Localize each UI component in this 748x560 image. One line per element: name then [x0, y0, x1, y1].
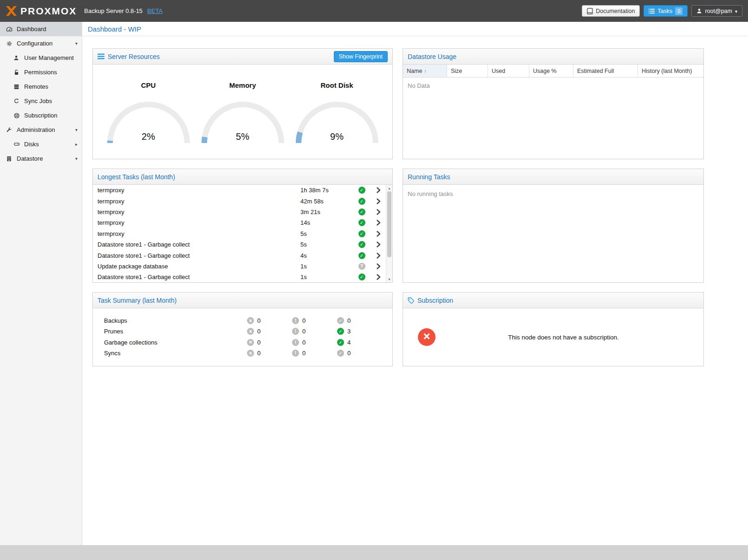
task-summary-row: Backups 0 0 0 [93, 315, 392, 326]
task-row[interactable]: termproxy 5s [93, 228, 386, 239]
error-count[interactable]: 0 [247, 350, 292, 357]
sidebar-item[interactable]: Dashboard [0, 22, 82, 36]
sidebar-item[interactable]: Datastore [0, 151, 82, 166]
error-value: 0 [257, 328, 260, 335]
open-task-chevron-icon[interactable] [371, 231, 386, 237]
sidebar-item[interactable]: Remotes [0, 79, 82, 94]
column-header[interactable]: Size [447, 65, 488, 77]
ok-count[interactable]: 0 [337, 317, 382, 324]
sidebar-item-label: Remotes [24, 83, 48, 90]
open-task-chevron-icon[interactable] [371, 209, 386, 215]
error-count[interactable]: 0 [247, 339, 292, 346]
task-status-icon [352, 198, 371, 205]
user-menu-button[interactable]: root@pam [691, 5, 742, 17]
column-header[interactable]: Estimated Full [573, 65, 638, 77]
check-circle-icon [337, 328, 344, 335]
ok-count[interactable]: 0 [337, 350, 382, 357]
subscription-tag-icon [408, 297, 414, 304]
scroll-track[interactable] [386, 191, 392, 276]
task-row[interactable]: Datastore store1 - Garbage collect 4s [93, 250, 386, 260]
warning-count[interactable]: 0 [292, 350, 337, 357]
task-summary-label: Garbage collections [93, 339, 247, 346]
dashboard-content: Server Resources Show Fingerprint CPU [82, 36, 748, 545]
error-count[interactable]: 0 [247, 328, 292, 335]
task-summary-label: Prunes [93, 328, 247, 335]
column-header-label: Used [492, 68, 505, 74]
task-name: termproxy [93, 187, 300, 194]
task-status-icon [352, 219, 371, 226]
task-row[interactable]: termproxy 14s [93, 217, 386, 228]
tasks-button[interactable]: Tasks 0 [644, 5, 688, 17]
longest-tasks-title: Longest Tasks (last Month) [98, 173, 175, 181]
warning-count[interactable]: 0 [292, 339, 337, 346]
scroll-down-button[interactable] [386, 276, 393, 282]
scroll-up-button[interactable] [386, 185, 393, 191]
open-task-chevron-icon[interactable] [371, 253, 386, 259]
column-header-label: Size [451, 68, 462, 74]
open-task-chevron-icon[interactable] [371, 220, 386, 226]
gauge-label: Root Disk [293, 81, 381, 89]
running-tasks-header: Running Tasks [403, 169, 703, 185]
user-menu-label: root@pam [705, 8, 732, 14]
open-task-chevron-icon[interactable] [371, 198, 386, 204]
column-header[interactable]: History (last Month) [638, 65, 703, 77]
sidebar-item[interactable]: Subscription [0, 108, 82, 123]
warning-value: 0 [302, 339, 306, 346]
datastore-table-body: No Data [403, 78, 703, 159]
task-row[interactable]: termproxy 1h 38m 7s [93, 185, 386, 195]
subscription-title: Subscription [417, 297, 453, 304]
task-duration: 5s [300, 241, 352, 248]
longest-tasks-grid: termproxy 1h 38m 7s termproxy 42m 58s [93, 185, 392, 282]
open-task-chevron-icon[interactable] [371, 187, 386, 193]
sidebar-item[interactable]: Administration [0, 123, 82, 137]
gauge-arc: 2% [104, 98, 193, 145]
app-title: Backup Server 0.8-15 [84, 7, 143, 14]
task-row[interactable]: Datastore store1 - Garbage collect 1s [93, 272, 386, 282]
sidebar-item[interactable]: Sync Jobs [0, 94, 82, 108]
column-header[interactable]: Name [403, 65, 447, 77]
gauge-value: 5% [199, 131, 287, 142]
column-header[interactable]: Used [488, 65, 529, 77]
beta-link[interactable]: BETA [147, 7, 163, 14]
sidebar-item[interactable]: User Management [0, 51, 82, 65]
task-summary-row: Prunes 0 0 3 [93, 326, 392, 337]
task-row[interactable]: termproxy 42m 58s [93, 195, 386, 206]
sidebar-item-label: Datastore [17, 155, 43, 162]
task-row[interactable]: Datastore store1 - Garbage collect 5s [93, 239, 386, 250]
open-task-chevron-icon[interactable] [371, 274, 386, 280]
error-count[interactable]: 0 [247, 317, 292, 324]
task-status-icon [352, 241, 371, 248]
sidebar-item[interactable]: Disks [0, 137, 82, 151]
task-name: Update package database [93, 263, 300, 270]
task-name: termproxy [93, 219, 300, 226]
documentation-button[interactable]: Documentation [582, 5, 640, 17]
sidebar-item-icon [13, 141, 21, 147]
error-circle-icon [247, 317, 254, 324]
ok-count[interactable]: 3 [337, 328, 382, 335]
task-row[interactable]: termproxy 3m 21s [93, 207, 386, 217]
subscription-body: This node does not have a subscription. [403, 308, 703, 366]
sidebar-item[interactable]: Permissions [0, 65, 82, 79]
ok-count[interactable]: 4 [337, 339, 382, 346]
chevron-down-icon [735, 8, 737, 14]
gauge-value: 2% [104, 131, 193, 142]
open-task-chevron-icon[interactable] [371, 263, 386, 269]
task-status-icon [352, 252, 371, 259]
error-value: 0 [257, 350, 260, 357]
column-header[interactable]: Usage % [529, 65, 573, 77]
warning-value: 0 [302, 328, 306, 335]
proxmox-logo-text: PROXMOX [20, 6, 77, 17]
column-header-label: Usage % [533, 68, 557, 74]
open-task-chevron-icon[interactable] [371, 241, 386, 247]
task-summary-body: Backups 0 0 0 [93, 308, 392, 358]
task-row[interactable]: Update package database 1s [93, 261, 386, 272]
task-summary-panel: Task Summary (last Month) Backups 0 [92, 292, 393, 366]
show-fingerprint-button[interactable]: Show Fingerprint [334, 51, 388, 62]
warning-count[interactable]: 0 [292, 317, 337, 324]
scroll-thumb[interactable] [387, 191, 391, 257]
sidebar-item[interactable]: Configuration [0, 36, 82, 51]
column-header-label: Name [407, 68, 422, 74]
resource-gauge: Memory 5% [199, 81, 287, 159]
warning-count[interactable]: 0 [292, 328, 337, 335]
scrollbar[interactable] [386, 185, 392, 282]
